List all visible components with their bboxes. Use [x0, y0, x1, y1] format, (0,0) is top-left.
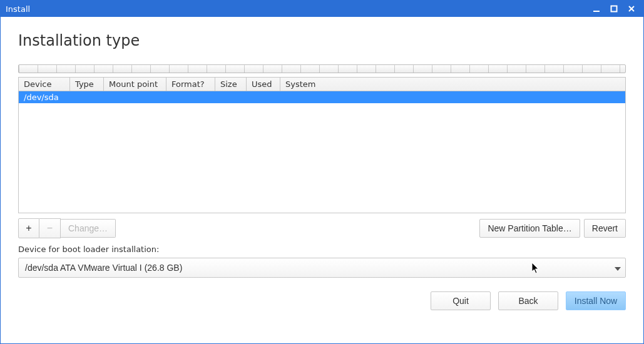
partition-usage-bar [18, 64, 626, 73]
install-window: Install Installation type Device Type Mo… [0, 0, 644, 344]
partition-table[interactable]: Device Type Mount point Format? Size Use… [18, 77, 626, 213]
col-type[interactable]: Type [70, 78, 104, 91]
close-icon [628, 5, 635, 13]
revert-button[interactable]: Revert [584, 219, 626, 238]
content-area: Installation type Device Type Mount poin… [1, 17, 643, 343]
col-system[interactable]: System [280, 78, 625, 91]
table-row[interactable]: /dev/sda [19, 91, 625, 103]
quit-button[interactable]: Quit [431, 291, 491, 310]
partition-controls-row: + − Change… New Partition Table… Revert [18, 218, 626, 238]
new-partition-table-button[interactable]: New Partition Table… [479, 219, 580, 238]
col-device[interactable]: Device [19, 78, 70, 91]
add-partition-button[interactable]: + [18, 218, 39, 238]
wizard-buttons: Quit Back Install Now [18, 291, 626, 310]
table-body: /dev/sda [19, 91, 625, 213]
install-now-button[interactable]: Install Now [566, 291, 626, 310]
page-title: Installation type [18, 32, 626, 49]
svg-rect-1 [611, 6, 617, 12]
col-used[interactable]: Used [247, 78, 280, 91]
cell-device: /dev/sda [23, 93, 60, 102]
back-button[interactable]: Back [498, 291, 558, 310]
change-partition-button[interactable]: Change… [61, 219, 116, 238]
titlebar: Install [1, 1, 643, 17]
col-format[interactable]: Format? [166, 78, 215, 91]
close-button[interactable] [625, 3, 638, 14]
bootloader-device-combo[interactable]: /dev/sda ATA VMware Virtual I (26.8 GB) [18, 258, 626, 278]
minimize-button[interactable] [590, 3, 603, 14]
col-size[interactable]: Size [215, 78, 247, 91]
col-mount[interactable]: Mount point [104, 78, 166, 91]
minimize-icon [593, 5, 600, 13]
bootloader-device-select[interactable]: /dev/sda ATA VMware Virtual I (26.8 GB) [18, 258, 626, 278]
remove-partition-button[interactable]: − [39, 218, 61, 238]
table-header: Device Type Mount point Format? Size Use… [19, 78, 625, 91]
bootloader-label: Device for boot loader installation: [18, 245, 626, 254]
maximize-button[interactable] [607, 3, 621, 14]
maximize-icon [610, 5, 618, 13]
window-title: Install [6, 4, 586, 14]
